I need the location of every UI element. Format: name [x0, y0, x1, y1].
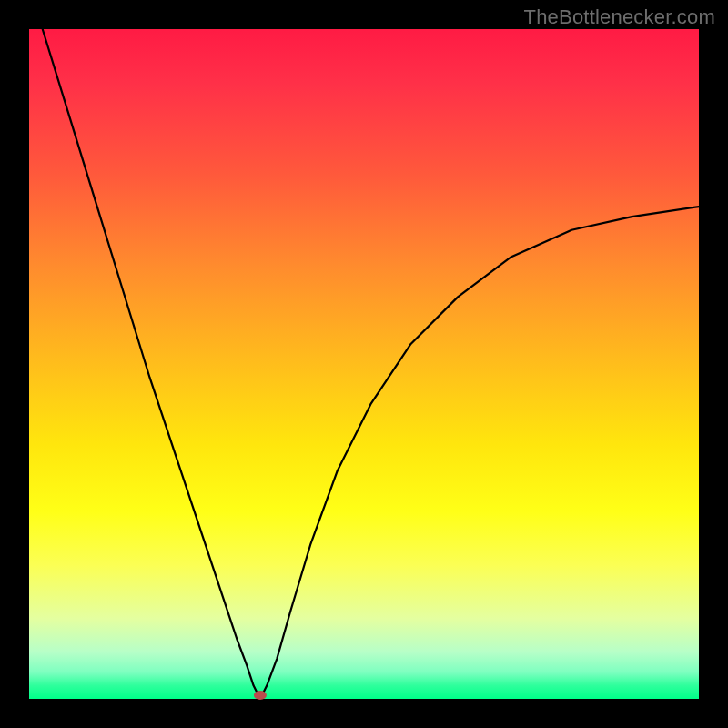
- plot-area: [29, 29, 699, 699]
- minimum-marker: [254, 691, 267, 700]
- watermark-text: TheBottlenecker.com: [524, 5, 715, 29]
- curve-svg: [29, 29, 699, 699]
- bottleneck-curve: [43, 29, 699, 699]
- chart-frame: TheBottlenecker.com: [0, 0, 728, 728]
